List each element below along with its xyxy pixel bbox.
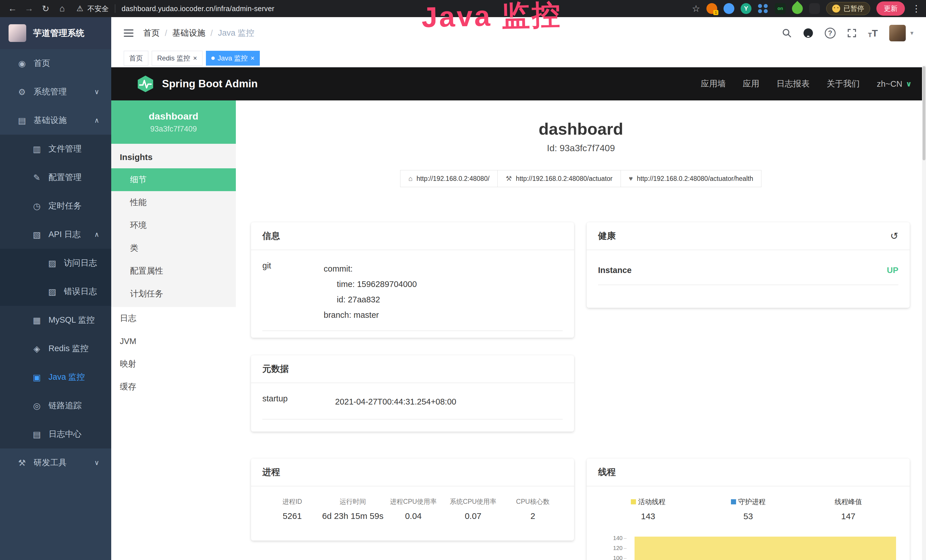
sidebar-item-label: Redis 监控	[48, 343, 88, 354]
refresh-icon[interactable]: ↻	[38, 3, 53, 14]
info-card-header: 信息	[251, 222, 574, 250]
extension-icon-6[interactable]	[790, 1, 805, 16]
extension-icon-7[interactable]	[809, 3, 820, 14]
sba-nav-wallboard[interactable]: 应用墙	[701, 78, 726, 89]
app-logo-row[interactable]: 芋道管理系统	[0, 17, 111, 49]
extension-icon-5[interactable]: on	[775, 3, 786, 14]
breadcrumb-home[interactable]: 首页	[143, 27, 160, 39]
address-bar[interactable]: ⚠ 不安全 dashboard.yudao.iocoder.cn/infra/a…	[76, 4, 274, 14]
bookmark-star-icon[interactable]: ☆	[692, 3, 700, 14]
breadcrumb-current: Java 监控	[218, 27, 254, 39]
sba-item-mappings[interactable]: 映射	[111, 353, 236, 375]
extension-icon-1[interactable]: 1	[707, 3, 717, 14]
sidebar-item-files[interactable]: ▥ 文件管理	[0, 135, 111, 163]
sba-brand[interactable]: Spring Boot Admin	[136, 75, 258, 93]
sba-nav-applications[interactable]: 应用	[743, 78, 759, 89]
user-avatar[interactable]	[889, 25, 906, 41]
sidebar-item-system[interactable]: ⚙ 系统管理 ∨	[0, 77, 111, 106]
sidebar-item-access-logs[interactable]: ▨ 访问日志	[0, 249, 111, 277]
tab-redis-monitor[interactable]: Redis 监控 ×	[152, 51, 203, 66]
sidebar-item-log-center[interactable]: ▤ 日志中心	[0, 420, 111, 448]
metadata-key: startup	[262, 394, 335, 409]
sidebar-item-label: MySQL 监控	[48, 314, 95, 326]
extension-icon-3[interactable]: Y	[741, 3, 752, 14]
history-icon[interactable]: ↺	[890, 230, 899, 242]
github-icon[interactable]	[803, 28, 813, 38]
sidebar-item-dev-tools[interactable]: ⚒ 研发工具 ∨	[0, 448, 111, 477]
sba-item-scheduled[interactable]: 计划任务	[111, 282, 236, 305]
actuator-url-button[interactable]: ⚒ http://192.168.0.2:48080/actuator	[497, 170, 620, 187]
sba-item-environment[interactable]: 环境	[111, 214, 236, 237]
stat-cpu-cores: CPU核心数 2	[503, 497, 563, 521]
tab-java-monitor[interactable]: Java 监控 ×	[206, 51, 260, 66]
hamburger-icon[interactable]	[124, 29, 133, 37]
sba-insights-group: Insights 细节 性能 环境 类 配置属性 计划任务	[111, 144, 236, 307]
sba-locale-select[interactable]: zh~CN ∨	[877, 79, 912, 89]
scrollbar-thumb[interactable]	[923, 66, 925, 160]
sba-item-config-props[interactable]: 配置属性	[111, 260, 236, 282]
edit-icon: ✎	[31, 173, 42, 183]
url-text[interactable]: dashboard.yudao.iocoder.cn/infra/admin-s…	[121, 5, 274, 13]
sba-brand-title: Spring Boot Admin	[162, 78, 258, 90]
sba-logo-icon	[136, 75, 154, 93]
emoji-face-icon	[832, 5, 840, 12]
fullscreen-icon[interactable]	[847, 28, 857, 38]
sidebar-item-scheduled-tasks[interactable]: ◷ 定时任务	[0, 192, 111, 220]
threads-legend: 活动线程 143 守护进程 53 线程峰值 147	[598, 497, 898, 521]
sidebar-item-home[interactable]: ◉ 首页	[0, 49, 111, 77]
sidebar-item-error-logs[interactable]: ▨ 错误日志	[0, 277, 111, 306]
sba-nav-journal[interactable]: 日志报表	[776, 78, 809, 89]
log-icon: ▧	[31, 230, 42, 240]
sba-body: dashboard 93a3fc7f7409 Insights 细节 性能 环境…	[111, 100, 926, 560]
service-url-button[interactable]: ⌂ http://192.168.0.2:48080/	[400, 170, 498, 187]
sba-app-block[interactable]: dashboard 93a3fc7f7409	[111, 100, 236, 144]
sba-item-metrics[interactable]: 性能	[111, 191, 236, 214]
sba-item-classes[interactable]: 类	[111, 237, 236, 260]
legend-live-threads: 活动线程 143	[598, 497, 698, 521]
metadata-value: 2021-04-27T00:44:31.254+08:00	[335, 394, 456, 409]
health-url-button[interactable]: ♥ http://192.168.0.2:48080/actuator/heal…	[620, 170, 761, 187]
stat-pid: 进程ID 5261	[262, 497, 322, 521]
extension-icon-4[interactable]	[758, 3, 769, 14]
sidebar-item-config[interactable]: ✎ 配置管理	[0, 163, 111, 192]
instance-id: Id: 93a3fc7f7409	[236, 143, 926, 153]
sba-item-details[interactable]: 细节	[111, 168, 236, 191]
scrollbar[interactable]	[922, 66, 926, 560]
breadcrumb: 首页 / 基础设施 / Java 监控	[143, 27, 254, 39]
paused-badge[interactable]: 已暂停	[826, 2, 870, 15]
paused-label: 已暂停	[844, 4, 864, 13]
tab-home[interactable]: 首页	[124, 51, 148, 66]
dashboard-icon: ◉	[17, 59, 27, 68]
security-label[interactable]: 不安全	[87, 4, 109, 14]
sidebar-item-api-logs[interactable]: ▧ API 日志 ∧	[0, 220, 111, 249]
sidebar-item-redis-monitor[interactable]: ◈ Redis 监控	[0, 334, 111, 363]
close-icon[interactable]: ×	[193, 54, 197, 62]
font-size-icon[interactable]: TT	[868, 28, 878, 39]
threads-card: 线程 活动线程 143 守护进程 53 线程峰值	[587, 459, 910, 560]
health-instance-row[interactable]: Instance UP	[598, 261, 898, 285]
tags-view-bar: 首页 Redis 监控 × Java 监控 ×	[111, 49, 926, 67]
stat-uptime: 运行时间 6d 23h 15m 59s	[322, 497, 383, 521]
database-icon: ▦	[31, 315, 42, 325]
sba-item-caches[interactable]: 缓存	[111, 375, 236, 398]
help-icon[interactable]: ?	[825, 28, 835, 38]
sba-item-jvm[interactable]: JVM	[111, 330, 236, 353]
browser-home-icon[interactable]: ⌂	[55, 3, 70, 14]
sidebar-item-mysql-monitor[interactable]: ▦ MySQL 监控	[0, 306, 111, 334]
extension-icon-2[interactable]	[723, 3, 734, 14]
sba-nav-about[interactable]: 关于我们	[826, 78, 859, 89]
sba-insights-title: Insights	[111, 144, 236, 168]
back-icon[interactable]: ←	[5, 3, 20, 14]
close-icon[interactable]: ×	[250, 54, 254, 62]
browser-menu-icon[interactable]: ⋮	[912, 3, 921, 14]
forward-icon[interactable]: →	[22, 3, 36, 14]
sidebar-item-java-monitor[interactable]: ▣ Java 监控	[0, 363, 111, 391]
search-icon[interactable]	[782, 28, 792, 38]
legend-blue-swatch	[731, 499, 736, 504]
breadcrumb-infra[interactable]: 基础设施	[172, 27, 205, 39]
update-button[interactable]: 更新	[876, 2, 905, 16]
sidebar-item-infra[interactable]: ▤ 基础设施 ∧	[0, 106, 111, 135]
avatar-caret-icon[interactable]: ▾	[910, 29, 914, 37]
sba-item-logs[interactable]: 日志	[111, 307, 236, 330]
sidebar-item-tracing[interactable]: ◎ 链路追踪	[0, 391, 111, 420]
